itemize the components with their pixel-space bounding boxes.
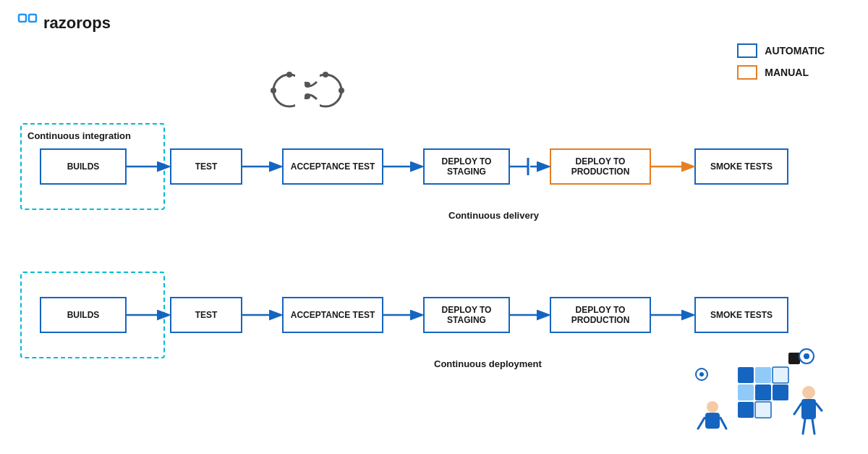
svg-point-7 [305,82,310,88]
legend-manual: MANUAL [737,65,825,80]
svg-rect-37 [705,413,720,429]
smoke-box-bottom: SMOKE TESTS [694,297,788,333]
svg-point-35 [699,372,704,377]
logo-icon [17,13,38,33]
logo: razorops [17,13,111,33]
svg-line-45 [812,419,814,434]
deploy-staging-box-top: DEPLOY TO STAGING [423,148,510,185]
svg-point-8 [305,93,310,99]
svg-rect-41 [801,399,816,419]
svg-line-42 [794,403,801,414]
svg-line-44 [803,419,805,434]
svg-rect-29 [738,402,754,418]
svg-line-38 [698,418,705,429]
automatic-legend-box [737,43,757,58]
svg-rect-28 [773,384,788,400]
svg-point-5 [271,88,276,93]
section-label-bottom: Continuous deployment [434,358,542,369]
ci-label-top: Continuous integration [27,130,131,141]
svg-point-6 [286,72,292,77]
deploy-prod-box-top: DEPLOY TO PRODUCTION [550,148,651,185]
svg-rect-26 [755,384,771,400]
manual-legend-box [737,65,757,80]
svg-point-9 [323,72,328,77]
svg-rect-25 [738,384,754,400]
deploy-staging-box-bottom: DEPLOY TO STAGING [423,297,510,333]
header: razorops [0,0,868,46]
manual-label: MANUAL [765,67,809,78]
svg-rect-24 [755,367,771,383]
svg-line-39 [720,418,726,429]
svg-line-43 [816,403,822,411]
section-label-top: Continuous delivery [448,210,539,221]
svg-point-33 [804,353,809,359]
test-box-bottom: TEST [170,297,242,333]
builds-box-bottom: BUILDS [40,297,127,333]
svg-rect-1 [29,14,36,22]
team-illustration [694,338,825,432]
svg-rect-30 [755,402,771,418]
legend-automatic: AUTOMATIC [737,43,825,58]
automatic-label: AUTOMATIC [765,45,825,56]
acceptance-box-bottom: ACCEPTANCE TEST [282,297,383,333]
svg-rect-23 [738,367,754,383]
svg-point-36 [707,401,718,413]
builds-box-top: BUILDS [40,148,127,185]
test-box-top: TEST [170,148,242,185]
svg-rect-27 [773,367,788,383]
svg-rect-0 [19,14,26,22]
infinity-symbol [268,69,347,115]
svg-rect-4 [295,75,320,106]
svg-point-10 [339,88,344,93]
smoke-box-top: SMOKE TESTS [694,148,788,185]
legend: AUTOMATIC MANUAL [737,43,825,80]
deploy-prod-box-bottom: DEPLOY TO PRODUCTION [550,297,651,333]
svg-point-40 [802,386,815,399]
svg-rect-31 [788,353,800,364]
acceptance-box-top: ACCEPTANCE TEST [282,148,383,185]
logo-text: razorops [43,14,111,33]
